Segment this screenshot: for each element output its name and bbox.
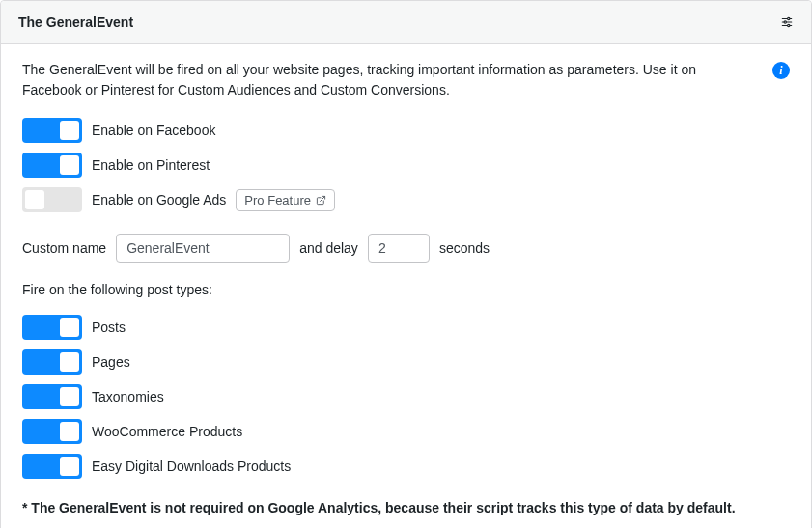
toggle-row-pages: Pages bbox=[22, 349, 790, 375]
delay-prefix-label: and delay bbox=[299, 240, 358, 256]
toggle-row-woocommerce: WooCommerce Products bbox=[22, 419, 790, 444]
toggle-label: Easy Digital Downloads Products bbox=[92, 459, 291, 474]
custom-name-row: Custom name and delay seconds bbox=[22, 234, 790, 263]
svg-point-3 bbox=[784, 21, 786, 23]
panel-header: The GeneralEvent bbox=[1, 1, 811, 44]
settings-sliders-icon[interactable] bbox=[780, 15, 794, 29]
custom-name-input[interactable] bbox=[116, 234, 290, 263]
toggle-label: Enable on Google Ads bbox=[92, 192, 226, 208]
toggle-label: WooCommerce Products bbox=[92, 424, 242, 439]
toggle-enable-facebook[interactable] bbox=[22, 118, 82, 143]
toggle-row-edd: Easy Digital Downloads Products bbox=[22, 454, 790, 479]
toggle-edd-products[interactable] bbox=[22, 454, 82, 479]
description-row: The GeneralEvent will be fired on all yo… bbox=[22, 60, 790, 100]
toggle-label: Taxonomies bbox=[92, 389, 164, 404]
panel-title: The GeneralEvent bbox=[18, 14, 133, 30]
external-link-icon bbox=[316, 195, 326, 206]
toggle-enable-google-ads[interactable] bbox=[22, 187, 82, 212]
general-event-panel: The GeneralEvent The GeneralEvent will b… bbox=[0, 0, 812, 528]
toggle-row-posts: Posts bbox=[22, 315, 790, 340]
toggle-row-facebook: Enable on Facebook bbox=[22, 118, 790, 143]
svg-line-6 bbox=[321, 196, 325, 201]
pro-feature-label: Pro Feature bbox=[244, 193, 311, 208]
toggle-row-pinterest: Enable on Pinterest bbox=[22, 153, 790, 178]
description-text: The GeneralEvent will be fired on all yo… bbox=[22, 60, 737, 100]
pro-feature-badge[interactable]: Pro Feature bbox=[236, 189, 335, 211]
delay-suffix-label: seconds bbox=[439, 240, 490, 256]
delay-input[interactable] bbox=[368, 234, 430, 263]
toggle-label: Enable on Facebook bbox=[92, 123, 215, 138]
info-icon[interactable]: i bbox=[772, 62, 790, 79]
toggle-label: Posts bbox=[92, 320, 126, 335]
custom-name-label: Custom name bbox=[22, 240, 106, 256]
toggle-row-google-ads: Enable on Google Ads Pro Feature bbox=[22, 187, 790, 212]
svg-point-5 bbox=[788, 24, 790, 26]
panel-body: The GeneralEvent will be fired on all yo… bbox=[1, 44, 811, 528]
toggle-label: Enable on Pinterest bbox=[92, 157, 210, 173]
svg-point-1 bbox=[788, 17, 790, 19]
toggle-posts[interactable] bbox=[22, 315, 82, 340]
toggle-pages[interactable] bbox=[22, 349, 82, 375]
toggle-row-taxonomies: Taxonomies bbox=[22, 384, 790, 409]
toggle-woocommerce-products[interactable] bbox=[22, 419, 82, 444]
toggle-enable-pinterest[interactable] bbox=[22, 153, 82, 178]
post-types-heading: Fire on the following post types: bbox=[22, 282, 790, 297]
toggle-taxonomies[interactable] bbox=[22, 384, 82, 409]
footnote-text: * The GeneralEvent is not required on Go… bbox=[22, 500, 790, 515]
toggle-label: Pages bbox=[92, 354, 130, 370]
